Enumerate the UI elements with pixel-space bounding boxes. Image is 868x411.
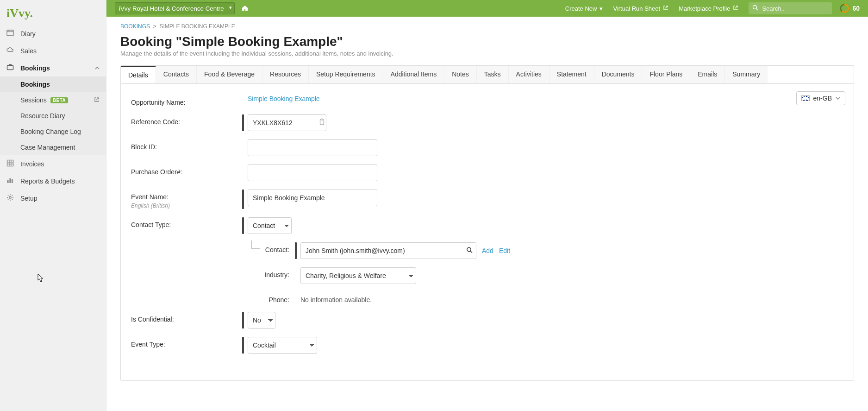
progress-ring-icon: [839, 3, 849, 13]
beta-badge: BETA: [50, 97, 68, 103]
opportunity-name-link[interactable]: Simple Booking Example: [248, 95, 320, 102]
required-indicator: [242, 190, 244, 209]
sidebar-item-label: Diary: [20, 30, 36, 38]
home-button[interactable]: [241, 4, 249, 13]
marketplace-profile-link[interactable]: Marketplace Profile: [679, 5, 738, 12]
sidebar-item-label: Sales: [20, 47, 37, 55]
uk-flag-icon: [801, 95, 810, 101]
required-indicator: [295, 242, 297, 259]
sidebar-item-label: Reports & Budgets: [20, 177, 75, 185]
locale-selector[interactable]: en-GB: [796, 91, 845, 105]
block-id-label: Block ID:: [131, 139, 242, 151]
contact-type-label: Contact Type:: [131, 217, 242, 228]
home-icon: [241, 4, 249, 12]
virtual-run-sheet-link[interactable]: Virtual Run Sheet: [613, 5, 668, 12]
virtual-run-sheet-label: Virtual Run Sheet: [613, 5, 660, 12]
tab-activities[interactable]: Activities: [509, 66, 550, 83]
tab-statement[interactable]: Statement: [550, 66, 594, 83]
tab-additional-items[interactable]: Additional Items: [383, 66, 445, 83]
breadcrumb-separator: >: [151, 23, 159, 30]
svg-rect-0: [7, 30, 13, 36]
contact-label: Contact:: [262, 242, 295, 253]
sidebar-subitem-label: Bookings: [20, 81, 50, 88]
contact-input[interactable]: [300, 242, 476, 259]
tab-tasks[interactable]: Tasks: [477, 66, 509, 83]
search-icon: [752, 5, 758, 12]
block-id-input[interactable]: [248, 139, 377, 156]
sidebar-subitem-bookings[interactable]: Bookings: [0, 76, 106, 92]
chevron-up-icon: [95, 64, 100, 72]
sidebar-item-diary[interactable]: Diary: [0, 25, 106, 42]
tab-resources[interactable]: Resources: [262, 66, 309, 83]
svg-point-14: [753, 6, 757, 9]
tab-floor-plans[interactable]: Floor Plans: [642, 66, 690, 83]
required-indicator: [242, 312, 244, 329]
reference-code-label: Reference Code:: [131, 114, 242, 126]
breadcrumb-leaf: SIMPLE BOOKING EXAMPLE: [159, 23, 235, 30]
tab-contacts[interactable]: Contacts: [156, 66, 197, 83]
sidebar-subitem-case-management[interactable]: Case Management: [0, 139, 106, 155]
tab-setup-requirements[interactable]: Setup Requirements: [309, 66, 383, 83]
event-type-label: Event Type:: [131, 337, 242, 348]
industry-label: Industry:: [262, 267, 295, 278]
sidebar-item-setup[interactable]: Setup: [0, 190, 106, 207]
contact-edit-link[interactable]: Edit: [499, 247, 510, 254]
venue-select[interactable]: iVvy Royal Hotel & Conference Centre: [115, 2, 235, 14]
svg-rect-4: [7, 66, 13, 70]
industry-select[interactable]: Charity, Religious & Welfare: [300, 267, 416, 284]
sidebar-item-invoices[interactable]: Invoices: [0, 155, 106, 172]
sidebar-item-bookings[interactable]: Bookings: [0, 59, 106, 76]
external-link-icon: [663, 5, 668, 12]
sidebar-item-label: Invoices: [20, 160, 44, 168]
external-link-icon: [94, 97, 100, 104]
search-box[interactable]: [749, 2, 832, 14]
required-indicator: [242, 114, 244, 131]
svg-rect-5: [7, 160, 13, 166]
sidebar-subitem-sessions[interactable]: Sessions BETA: [0, 92, 106, 108]
breadcrumb-root-link[interactable]: BOOKINGS: [120, 23, 150, 30]
sidebar-subitem-booking-change-log[interactable]: Booking Change Log: [0, 124, 106, 139]
event-name-input[interactable]: [248, 190, 377, 206]
reference-code-input[interactable]: [248, 114, 326, 131]
event-name-hint: English (British): [131, 202, 242, 209]
purchase-order-label: Purchase Order#:: [131, 164, 242, 176]
contact-add-link[interactable]: Add: [482, 247, 493, 254]
is-confidential-select[interactable]: No: [248, 312, 275, 329]
tab-bar: Details Contacts Food & Beverage Resourc…: [120, 65, 854, 83]
details-panel: en-GB Opportunity Name: Simple Booking E…: [120, 83, 854, 381]
sidebar-bookings-submenu: Bookings Sessions BETA Resource Diary Bo…: [0, 76, 106, 155]
svg-rect-10: [7, 180, 9, 183]
tab-food-beverage[interactable]: Food & Beverage: [197, 66, 262, 83]
create-new-menu[interactable]: Create New ▾: [565, 5, 603, 12]
svg-line-15: [756, 9, 758, 11]
sidebar-item-sales[interactable]: Sales: [0, 42, 106, 59]
external-link-icon: [733, 5, 738, 12]
progress-value: 60: [852, 5, 860, 12]
marketplace-profile-label: Marketplace Profile: [679, 5, 730, 12]
purchase-order-input[interactable]: [248, 164, 377, 181]
tab-emails[interactable]: Emails: [690, 66, 725, 83]
chevron-down-icon: [836, 95, 840, 102]
tab-summary[interactable]: Summary: [725, 66, 768, 83]
locale-label: en-GB: [813, 95, 832, 102]
tab-details[interactable]: Details: [121, 65, 156, 83]
sidebar-subitem-resource-diary[interactable]: Resource Diary: [0, 108, 106, 124]
sidebar-item-label: Setup: [20, 195, 37, 202]
tab-notes[interactable]: Notes: [444, 66, 477, 83]
sidebar-item-reports[interactable]: Reports & Budgets: [0, 172, 106, 190]
tree-elbow-icon: [251, 240, 260, 249]
search-input[interactable]: [761, 5, 821, 13]
bar-chart-icon: [6, 177, 16, 185]
sidebar: iVvy. Diary Sales Bookings Bookings Sess…: [0, 0, 106, 399]
main-content: BOOKINGS > SIMPLE BOOKING EXAMPLE Bookin…: [106, 0, 868, 399]
event-type-select[interactable]: Cocktail: [248, 337, 317, 354]
phone-label: Phone:: [262, 292, 295, 304]
calendar-icon: [6, 29, 16, 38]
svg-rect-11: [10, 178, 11, 183]
contact-type-select[interactable]: Contact: [248, 217, 292, 234]
svg-rect-12: [12, 179, 13, 183]
tab-documents[interactable]: Documents: [594, 66, 643, 83]
sidebar-subitem-label: Booking Change Log: [20, 128, 81, 135]
grid-icon: [6, 159, 16, 168]
topbar: iVvy Royal Hotel & Conference Centre Cre…: [106, 0, 868, 17]
